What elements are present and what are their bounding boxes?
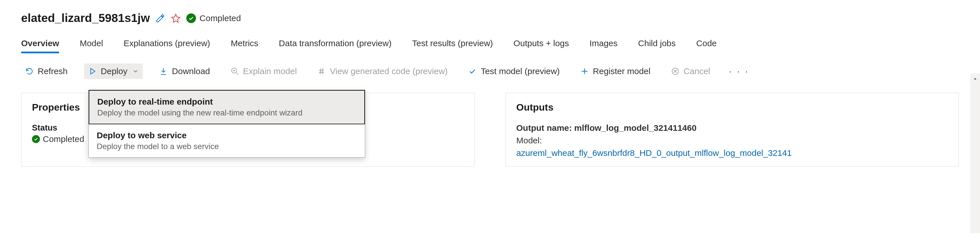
cancel-button: Cancel — [667, 63, 714, 79]
view-code-label: View generated code (preview) — [330, 67, 448, 76]
refresh-icon — [25, 67, 33, 76]
deploy-realtime-desc: Deploy the model using the new real-time… — [97, 108, 356, 117]
scroll-up-arrow-icon[interactable] — [970, 74, 980, 84]
deploy-realtime-title: Deploy to real-time endpoint — [97, 97, 356, 106]
tab-child-jobs[interactable]: Child jobs — [638, 38, 676, 52]
check-circle-icon — [186, 13, 196, 23]
explain-model-button: Explain model — [226, 63, 301, 79]
play-icon — [88, 67, 97, 76]
output-name-value: mlflow_log_model_321411460 — [574, 123, 697, 133]
edit-icon[interactable] — [156, 13, 165, 23]
tab-data-transformation[interactable]: Data transformation (preview) — [279, 38, 391, 52]
tab-outputs-logs[interactable]: Outputs + logs — [514, 38, 569, 52]
tab-model[interactable]: Model — [80, 38, 103, 52]
model-label: Model: — [516, 136, 948, 145]
tab-code[interactable]: Code — [696, 38, 717, 52]
explain-model-label: Explain model — [243, 67, 297, 76]
check-icon — [468, 67, 477, 76]
deploy-web-desc: Deploy the model to a web service — [97, 142, 357, 151]
deploy-web-title: Deploy to web service — [97, 131, 357, 140]
register-model-label: Register model — [593, 67, 651, 76]
view-code-button: View generated code (preview) — [313, 63, 452, 79]
tab-explanations[interactable]: Explanations (preview) — [124, 38, 210, 52]
output-name-row: Output name: mlflow_log_model_321411460 — [516, 123, 948, 133]
tab-images[interactable]: Images — [589, 38, 617, 52]
model-link[interactable]: azureml_wheat_fly_6wsnbrfdr8_HD_0_output… — [516, 148, 948, 158]
vertical-scrollbar[interactable] — [970, 74, 980, 233]
refresh-button[interactable]: Refresh — [21, 63, 72, 79]
command-bar: Refresh Deploy Download Explain model Vi… — [21, 63, 959, 79]
deploy-dropdown: Deploy to real-time endpoint Deploy the … — [88, 90, 365, 158]
download-button[interactable]: Download — [155, 63, 214, 79]
chevron-down-icon — [132, 68, 138, 74]
output-name-label: Output name: — [516, 123, 572, 133]
download-icon — [159, 67, 168, 76]
deploy-web-service-item[interactable]: Deploy to web service Deploy the model t… — [89, 124, 365, 157]
magnify-plus-icon — [231, 67, 239, 76]
tab-test-results[interactable]: Test results (preview) — [412, 38, 493, 52]
status-pill: Completed — [186, 13, 241, 23]
test-model-button[interactable]: Test model (preview) — [464, 63, 564, 79]
refresh-label: Refresh — [38, 67, 68, 76]
more-button[interactable]: · · · — [727, 67, 752, 76]
cancel-label: Cancel — [684, 67, 710, 76]
check-circle-icon — [32, 135, 40, 143]
hash-icon — [317, 67, 326, 76]
tab-bar: Overview Model Explanations (preview) Me… — [21, 38, 959, 52]
cancel-icon — [671, 67, 679, 76]
outputs-heading: Outputs — [516, 102, 948, 113]
deploy-label: Deploy — [101, 67, 127, 76]
status-text: Completed — [199, 13, 241, 23]
status-value: Completed — [43, 134, 84, 144]
tab-overview[interactable]: Overview — [21, 38, 59, 52]
ellipsis-icon: · · · — [729, 67, 749, 76]
download-label: Download — [172, 67, 210, 76]
test-model-label: Test model (preview) — [481, 67, 560, 76]
deploy-realtime-endpoint-item[interactable]: Deploy to real-time endpoint Deploy the … — [89, 90, 364, 124]
page-header: elated_lizard_5981s1jw Completed — [21, 11, 959, 25]
page-title: elated_lizard_5981s1jw — [21, 11, 150, 25]
outputs-panel: Outputs Output name: mlflow_log_model_32… — [506, 93, 959, 167]
register-model-button[interactable]: Register model — [576, 63, 654, 79]
deploy-button[interactable]: Deploy — [84, 63, 143, 79]
favorite-star-icon[interactable] — [171, 13, 181, 23]
tab-metrics[interactable]: Metrics — [231, 38, 258, 52]
plus-icon — [580, 67, 589, 76]
